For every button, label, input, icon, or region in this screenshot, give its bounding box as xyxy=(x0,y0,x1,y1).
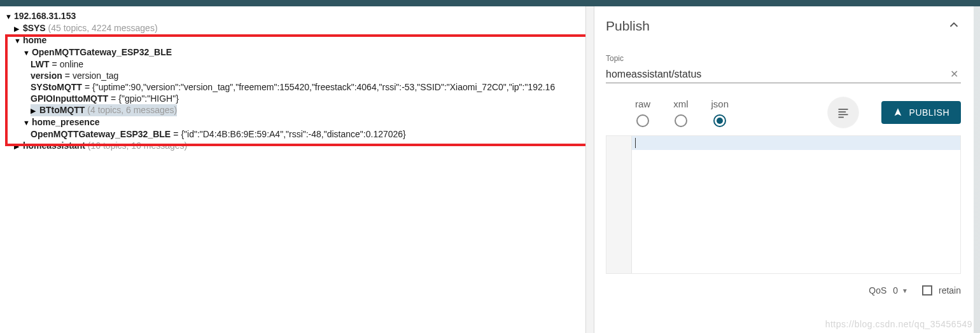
editor-active-line xyxy=(632,136,960,150)
qos-value: 0 xyxy=(893,285,898,296)
caret-down-icon[interactable]: ▼ xyxy=(14,35,20,46)
format-raw-option[interactable]: raw xyxy=(635,99,650,127)
tree-home-presence[interactable]: ▼ home_presence xyxy=(0,116,585,128)
radio-icon[interactable] xyxy=(675,114,687,127)
gpio-key: GPIOInputtoMQTT xyxy=(31,93,108,104)
presence-label: home_presence xyxy=(32,117,100,127)
svg-rect-3 xyxy=(838,117,843,118)
tree-home[interactable]: ▼ home xyxy=(0,34,585,46)
publish-button[interactable]: PUBLISH xyxy=(881,101,961,124)
caret-down-icon[interactable]: ▼ xyxy=(5,11,11,22)
format-row: raw xml json PUBLISH xyxy=(606,97,961,128)
editor-cursor xyxy=(635,138,636,148)
svg-rect-0 xyxy=(838,109,848,110)
top-bar xyxy=(0,0,980,6)
watermark-text: https://blog.csdn.net/qq_35456549 xyxy=(825,319,972,329)
tree-sys[interactable]: ▶ $SYS (45 topics, 4224 messages) xyxy=(0,22,585,34)
root-ip-label: 192.168.31.153 xyxy=(14,11,76,21)
caret-down-icon: ▼ xyxy=(902,287,908,294)
bttomqtt-meta: (4 topics, 6 messages) xyxy=(87,105,177,115)
tree-presence-gw[interactable]: OpenMQTTGateway_ESP32_BLE={"id":"D4:4B:B… xyxy=(0,128,585,140)
scrollbar-vertical[interactable] xyxy=(974,6,980,333)
radio-selected-icon[interactable] xyxy=(713,114,726,127)
version-key: version xyxy=(31,71,62,81)
format-xml-option[interactable]: xml xyxy=(673,99,688,127)
topic-label: Topic xyxy=(606,54,961,63)
qos-label: QoS xyxy=(869,285,886,296)
radio-icon[interactable] xyxy=(636,114,649,127)
caret-down-icon[interactable]: ▼ xyxy=(23,47,29,58)
bttomqtt-label: BTtoMQTT xyxy=(39,105,85,115)
tree-root[interactable]: ▼ 192.168.31.153 xyxy=(0,10,585,22)
format-json-label: json xyxy=(711,99,729,109)
format-xml-label: xml xyxy=(673,99,688,109)
tree-gateway[interactable]: ▼ OpenMQTTGateway_ESP32_BLE xyxy=(0,46,585,58)
sys-meta: (45 topics, 4224 messages) xyxy=(48,23,158,33)
send-icon xyxy=(893,107,903,118)
publish-options-row: QoS 0 ▼ retain xyxy=(606,285,961,296)
format-text-icon[interactable] xyxy=(828,97,858,128)
tree-homeassistant[interactable]: ▶ homeassistant (16 topics, 16 messages) xyxy=(0,140,585,152)
caret-down-icon[interactable]: ▼ xyxy=(23,117,29,128)
editor-body[interactable] xyxy=(632,136,960,273)
qos-selector[interactable]: QoS 0 ▼ xyxy=(869,285,908,296)
version-value: version_tag xyxy=(73,71,118,81)
tree-version[interactable]: version=version_tag xyxy=(0,70,585,81)
qos-value-dropdown[interactable]: 0 ▼ xyxy=(893,285,908,296)
svg-rect-2 xyxy=(838,114,848,116)
tree-bttomqtt[interactable]: ▶ BTtoMQTT (4 topics, 6 messages) xyxy=(0,104,585,116)
panel-divider[interactable] xyxy=(585,6,594,333)
publish-button-label: PUBLISH xyxy=(909,107,949,118)
sys-label: $SYS xyxy=(23,23,46,33)
payload-editor[interactable] xyxy=(606,135,961,274)
systomqtt-value: {"uptime":90,"version":"version_tag","fr… xyxy=(92,82,555,92)
publish-panel: Publish Topic ✕ raw xml json xyxy=(594,6,980,333)
main-container: ▼ 192.168.31.153 ▶ $SYS (45 topics, 4224… xyxy=(0,6,980,333)
topic-input[interactable] xyxy=(606,69,948,80)
caret-right-icon[interactable]: ▶ xyxy=(14,23,20,34)
retain-checkbox[interactable]: retain xyxy=(922,285,961,296)
topic-tree-panel: ▼ 192.168.31.153 ▶ $SYS (45 topics, 4224… xyxy=(0,6,585,333)
tree-lwt[interactable]: LWT=online xyxy=(0,58,585,70)
svg-rect-1 xyxy=(838,111,846,112)
gpio-value: {"gpio":"HIGH"} xyxy=(118,93,179,104)
format-json-option[interactable]: json xyxy=(711,99,729,127)
caret-right-icon[interactable]: ▶ xyxy=(31,105,37,116)
systomqtt-key: SYStoMQTT xyxy=(31,82,82,92)
chevron-up-icon[interactable] xyxy=(947,18,961,34)
home-label: home xyxy=(23,35,46,45)
caret-right-icon[interactable]: ▶ xyxy=(14,140,20,152)
lwt-key: LWT xyxy=(31,59,50,69)
editor-gutter xyxy=(606,136,632,273)
publish-header: Publish xyxy=(606,18,961,34)
clear-icon[interactable]: ✕ xyxy=(948,68,961,80)
topic-field-row: ✕ xyxy=(606,65,961,83)
presence-gw-key: OpenMQTTGateway_ESP32_BLE xyxy=(31,129,171,139)
publish-title: Publish xyxy=(606,18,650,34)
format-raw-label: raw xyxy=(635,99,650,109)
gateway-label: OpenMQTTGateway_ESP32_BLE xyxy=(32,47,172,57)
lwt-value: online xyxy=(60,59,83,69)
checkbox-empty-icon[interactable] xyxy=(922,285,932,296)
homeassistant-meta: (16 topics, 16 messages) xyxy=(88,140,187,151)
homeassistant-label: homeassistant xyxy=(23,140,85,151)
tree-systomqtt[interactable]: SYStoMQTT={"uptime":90,"version":"versio… xyxy=(0,81,585,93)
retain-label: retain xyxy=(939,285,961,296)
tree-gpio[interactable]: GPIOInputtoMQTT={"gpio":"HIGH"} xyxy=(0,93,585,104)
presence-gw-value: {"id":"D4:4B:B6:9E:59:A4","rssi":-48,"di… xyxy=(181,129,405,139)
